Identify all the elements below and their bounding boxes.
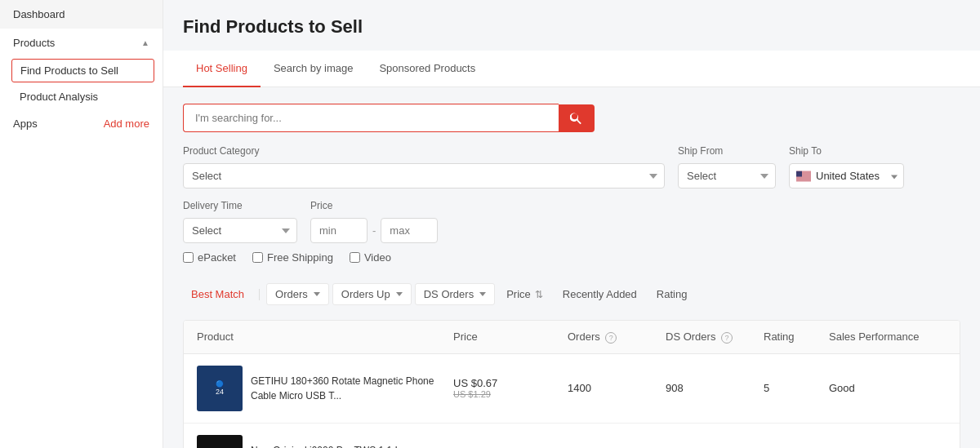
sort-price[interactable]: Price ⇅ bbox=[498, 284, 551, 304]
sort-divider-1 bbox=[259, 289, 260, 300]
th-product: Product bbox=[184, 321, 445, 353]
sidebar-apps-label: Apps bbox=[13, 118, 38, 130]
th-ds-orders: DS Orders ? bbox=[657, 321, 755, 353]
price-main-1: US $0.67 bbox=[453, 377, 551, 389]
epacket-label: ePacket bbox=[198, 251, 236, 264]
product-name-2: New Original i9000 Pro TWS 1:1 In-ear Bl… bbox=[251, 443, 437, 448]
ship-to-wrapper: United States bbox=[789, 163, 904, 189]
ship-from-filter: Ship From Select bbox=[678, 145, 776, 189]
sort-recently-added[interactable]: Recently Added bbox=[555, 284, 645, 304]
table-header: Product Price Orders ? DS Orders ? Ratin… bbox=[184, 321, 960, 354]
td-ds-orders-2: 10856 bbox=[657, 440, 755, 448]
tab-sponsored-products[interactable]: Sponsored Products bbox=[366, 51, 488, 87]
checkbox-row: ePacket Free Shipping Video bbox=[183, 251, 960, 264]
video-checkbox-label[interactable]: Video bbox=[350, 251, 391, 264]
search-button[interactable] bbox=[559, 104, 595, 132]
td-price-2: US $21.21 US $33.66 bbox=[445, 435, 559, 448]
product-cell-1: 🔵 24 GETIHU 180+360 Rotate Magnetic Phon… bbox=[197, 366, 437, 411]
free-shipping-checkbox-label[interactable]: Free Shipping bbox=[252, 251, 333, 264]
td-actions-1: Analyze bbox=[951, 370, 960, 406]
product-image-1[interactable]: 🔵 24 bbox=[197, 366, 243, 411]
ship-from-label: Ship From bbox=[678, 145, 776, 157]
delivery-time-label: Delivery Time bbox=[183, 200, 297, 211]
td-ds-orders-1: 908 bbox=[657, 370, 755, 406]
th-sales-performance: Sales Performance bbox=[821, 321, 951, 353]
product-category-select[interactable]: Select bbox=[183, 163, 665, 189]
sidebar-products-label: Products bbox=[13, 37, 55, 49]
video-checkbox[interactable] bbox=[350, 252, 360, 263]
sort-ds-orders[interactable]: DS Orders bbox=[415, 283, 495, 305]
td-rating-1: 5 bbox=[755, 370, 821, 406]
tabs-bar: Hot Selling Search by image Sponsored Pr… bbox=[163, 51, 980, 87]
epacket-checkbox[interactable] bbox=[183, 252, 194, 263]
td-orders-1: 1400 bbox=[559, 370, 657, 406]
product-table: Product Price Orders ? DS Orders ? Ratin… bbox=[183, 320, 960, 448]
filters-row-2: Delivery Time Select Price - bbox=[183, 200, 960, 243]
sort-bar: Best Match Orders Orders Up DS Orders Pr… bbox=[183, 275, 960, 313]
th-price: Price bbox=[445, 321, 559, 353]
td-orders-2: 10925 bbox=[559, 440, 657, 448]
ds-orders-help-icon[interactable]: ? bbox=[721, 332, 733, 344]
price-min-input[interactable] bbox=[310, 218, 368, 243]
product-category-filter: Product Category Select bbox=[183, 145, 665, 189]
sort-rating[interactable]: Rating bbox=[648, 284, 696, 304]
free-shipping-checkbox[interactable] bbox=[252, 252, 263, 263]
sidebar-products-header[interactable]: Products ▲ bbox=[0, 29, 163, 57]
analyze-button-1[interactable]: Analyze bbox=[960, 382, 960, 394]
td-actions-2: Analyze bbox=[951, 440, 960, 448]
product-cell-2: 🎧 Pro New Original i9000 Pro TWS 1:1 In-… bbox=[197, 435, 437, 448]
th-actions: Actions bbox=[951, 321, 960, 353]
video-label: Video bbox=[364, 251, 391, 264]
th-orders: Orders ? bbox=[559, 321, 657, 353]
price-range: - bbox=[310, 218, 438, 243]
orders-chevron-icon bbox=[314, 292, 320, 296]
td-sales-2: Average bbox=[821, 440, 951, 448]
orders-up-chevron-icon bbox=[396, 292, 403, 296]
ship-to-filter: Ship To United States bbox=[789, 145, 904, 189]
sort-orders[interactable]: Orders bbox=[266, 283, 329, 305]
free-shipping-label: Free Shipping bbox=[267, 251, 333, 264]
price-max-input[interactable] bbox=[381, 218, 438, 243]
tab-hot-selling[interactable]: Hot Selling bbox=[183, 51, 261, 87]
sidebar-item-dashboard[interactable]: Dashboard bbox=[0, 0, 163, 29]
sort-orders-label: Orders bbox=[275, 288, 308, 300]
sort-price-label: Price bbox=[506, 288, 531, 300]
tab-search-by-image[interactable]: Search by image bbox=[261, 51, 367, 87]
sort-orders-up[interactable]: Orders Up bbox=[332, 283, 412, 305]
ds-orders-chevron-icon bbox=[479, 292, 486, 296]
table-row: 🎧 Pro New Original i9000 Pro TWS 1:1 In-… bbox=[184, 424, 960, 448]
search-icon bbox=[570, 112, 583, 125]
sidebar: Dashboard Products ▲ Find Products to Se… bbox=[0, 0, 163, 448]
orders-help-icon[interactable]: ? bbox=[605, 332, 617, 344]
delivery-time-select[interactable]: Select bbox=[183, 218, 297, 243]
product-category-label: Product Category bbox=[183, 145, 665, 157]
td-price-1: US $0.67 US $1.29 bbox=[445, 366, 559, 410]
sidebar-add-more-button[interactable]: Add more bbox=[104, 118, 149, 130]
sidebar-apps-row: Apps Add more bbox=[0, 109, 163, 138]
sidebar-item-find-products[interactable]: Find Products to Sell bbox=[11, 59, 154, 82]
search-input[interactable] bbox=[183, 104, 559, 132]
sort-orders-up-label: Orders Up bbox=[341, 288, 390, 300]
price-filter: Price - bbox=[310, 200, 438, 243]
price-sort-icon: ⇅ bbox=[535, 289, 543, 300]
main-header: Find Products to Sell bbox=[163, 0, 980, 38]
product-image-2[interactable]: 🎧 Pro bbox=[197, 435, 243, 448]
td-sales-1: Good bbox=[821, 370, 951, 406]
ship-to-select[interactable]: United States bbox=[789, 163, 904, 189]
td-product-2: 🎧 Pro New Original i9000 Pro TWS 1:1 In-… bbox=[184, 424, 445, 448]
epacket-checkbox-label[interactable]: ePacket bbox=[183, 251, 236, 264]
price-old-1: US $1.29 bbox=[453, 389, 551, 399]
th-rating: Rating bbox=[755, 321, 821, 353]
table-row: 🔵 24 GETIHU 180+360 Rotate Magnetic Phon… bbox=[184, 354, 960, 424]
main-content: Find Products to Sell Hot Selling Search… bbox=[163, 0, 980, 448]
ship-from-select[interactable]: Select bbox=[678, 163, 776, 189]
chevron-up-icon: ▲ bbox=[141, 38, 149, 47]
filters-row-1: Product Category Select Ship From Select… bbox=[183, 145, 960, 189]
price-label: Price bbox=[310, 200, 438, 211]
sort-ds-orders-label: DS Orders bbox=[424, 288, 474, 300]
sidebar-item-product-analysis[interactable]: Product Analysis bbox=[0, 84, 163, 109]
delivery-time-filter: Delivery Time Select bbox=[183, 200, 297, 243]
price-dash: - bbox=[372, 224, 376, 237]
content-area: Product Category Select Ship From Select… bbox=[163, 87, 980, 448]
sort-best-match[interactable]: Best Match bbox=[183, 284, 252, 304]
